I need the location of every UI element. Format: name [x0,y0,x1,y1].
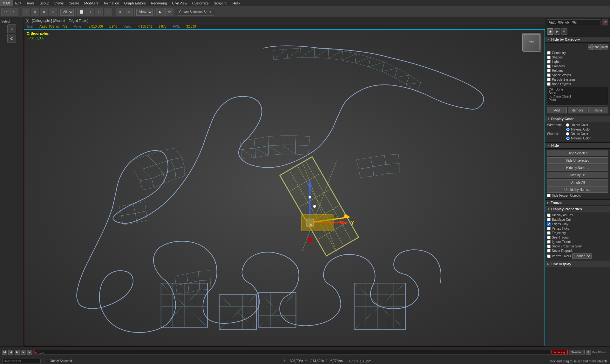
rotate-tool[interactable]: ↻ [40,8,48,16]
freeze-section-header[interactable]: ▶ Freeze [545,199,610,206]
vertex-colors-dropdown[interactable]: Shaded [572,253,592,259]
unhide-by-name-btn[interactable]: Unhide by Name... [547,186,608,193]
scene-icon[interactable]: ⊙ [7,34,16,43]
key-filter-btn[interactable]: ⚙ [586,350,591,355]
menu-scripting[interactable]: Scripting [211,0,230,6]
vp-plus[interactable]: [+] [26,19,29,23]
ignore-extents-check[interactable] [547,240,551,244]
display-icon[interactable]: ◉ [547,28,553,35]
list-item[interactable]: IK Chain Object [549,95,607,98]
helpers-check[interactable] [547,69,551,72]
menu-edit[interactable]: Edit [13,0,24,6]
create-selection-field[interactable]: Create Selection Se ▼ [177,9,214,16]
none-button[interactable]: None [588,107,608,113]
bone-object-list[interactable]: CAT Bone Bone IK Chain Object Point [547,87,608,106]
invert-btn[interactable]: Invert [600,44,608,50]
hide-by-category-header[interactable]: ▼ Hide by Category [545,36,610,43]
shaded-material-color-radio[interactable] [566,137,570,140]
view-dropdown[interactable]: View [136,9,153,16]
render-btn[interactable]: ▶ [156,8,165,16]
menu-civil-view[interactable]: Civil View [169,0,189,6]
menu-tools[interactable]: Tools [24,0,37,6]
menu-animation[interactable]: Animation [101,0,122,6]
hide-by-name-btn[interactable]: Hide by Name... [547,165,608,171]
link-display-header[interactable]: ▶ Link Display [545,261,610,267]
space-warps-check[interactable] [547,73,551,77]
timeline-track[interactable]: 0 / 100 [34,350,550,354]
pin-icon[interactable]: 📌 [602,19,608,25]
vertex-colors-check[interactable] [547,254,551,258]
edges-only-check[interactable] [547,222,551,226]
shaded-object-color-radio[interactable] [566,132,569,136]
play-btn[interactable]: ▶ [15,350,20,355]
remove-button[interactable]: Remove [568,107,587,113]
menu-modifiers[interactable]: Modifiers [82,0,101,6]
mirror-tool[interactable]: ⇔ [116,8,124,16]
cameras-check[interactable] [547,64,551,68]
menu-views[interactable]: Views [52,0,66,6]
lasso-select[interactable]: ◌ [104,8,112,16]
vp-ortho[interactable]: [Orthographic] [32,19,52,23]
show-frozen-gray-check[interactable] [547,245,551,248]
none-btn-cat[interactable]: None [592,44,600,50]
prev-key-btn[interactable]: ◀ [8,350,13,355]
scale-tool[interactable]: ⊞ [49,8,57,16]
maxscript-input[interactable] [3,359,41,363]
viewport-3d[interactable]: TOP [24,29,545,346]
menu-rendering[interactable]: Rendering [148,0,170,6]
shapes-check[interactable] [547,56,551,59]
unhide-all-btn[interactable]: Unhide All [547,179,608,185]
display-color-header[interactable]: ▼ Display Color [545,116,610,122]
hide-selected-btn[interactable]: Hide Selected [547,150,608,156]
vp-shaded[interactable]: [Shaded + Edged Faces] [53,19,88,23]
utilities-icon[interactable]: ⚙ [561,28,567,35]
lights-check[interactable] [547,60,551,64]
render-setup[interactable]: ⚙ [165,8,173,16]
menu-graph-editors[interactable]: Graph Editors [122,0,148,6]
never-degrade-check[interactable] [547,249,551,253]
trajectory-check[interactable] [547,231,551,235]
move-tool[interactable]: ✥ [31,8,39,16]
display-as-box-check[interactable] [547,213,551,217]
select-tool[interactable]: ✛ [22,8,30,16]
layers-icon[interactable]: ≡ [7,24,16,33]
undo-button[interactable]: ↩ [1,8,10,16]
bone-objects-check[interactable] [547,82,551,86]
menu-help[interactable]: Help [230,0,242,6]
hide-unselected-btn[interactable]: Hide Unselected [547,157,608,164]
see-through-check[interactable] [547,236,551,239]
menu-group[interactable]: Group [37,0,52,6]
backface-cull-check[interactable] [547,218,551,221]
motion-icon[interactable]: ▶ [554,28,560,35]
particle-systems-check[interactable] [547,78,551,81]
wireframe-object-color-radio[interactable] [566,123,569,127]
wireframe-material-color-radio[interactable] [566,128,570,131]
array-tool[interactable]: ⊞ [125,8,133,16]
list-item[interactable]: CAT Bone [549,88,607,91]
all-btn[interactable]: All [588,44,592,50]
menu-create[interactable]: Create [66,0,82,6]
selection-dropdown[interactable]: All [60,9,74,16]
menu-max[interactable]: MAX [0,0,13,6]
hide-section-header[interactable]: ▼ Hide [545,142,610,149]
hide-by-hit-btn[interactable]: Hide by Hit [547,172,608,178]
list-item[interactable]: Point [549,98,607,102]
hide-frozen-check[interactable] [547,194,551,197]
redo-button[interactable]: ↪ [10,8,18,16]
next-key-btn[interactable]: ▶ [21,350,26,355]
display-props-header[interactable]: ▼ Display Properties [545,206,610,212]
auto-key-btn[interactable]: Auto Key [552,350,568,354]
list-item[interactable]: Bone [549,91,607,95]
fence-select[interactable]: ⬡ [95,8,103,16]
selected-btn[interactable]: Selected [569,350,585,354]
prev-frame-btn[interactable]: |◀ [2,350,7,355]
next-frame-btn[interactable]: ▶| [27,350,32,355]
geometry-check[interactable] [547,51,551,55]
circle-select[interactable]: ○ [86,8,94,16]
menu-customize[interactable]: Customize [190,0,211,6]
object-name-field[interactable] [547,19,600,25]
rectangle-select[interactable]: ⬜ [77,8,85,16]
key-filters-label[interactable]: Key Filters... [592,351,608,354]
vertex-ticks-check[interactable] [547,227,551,230]
add-button[interactable]: Add [547,107,567,113]
